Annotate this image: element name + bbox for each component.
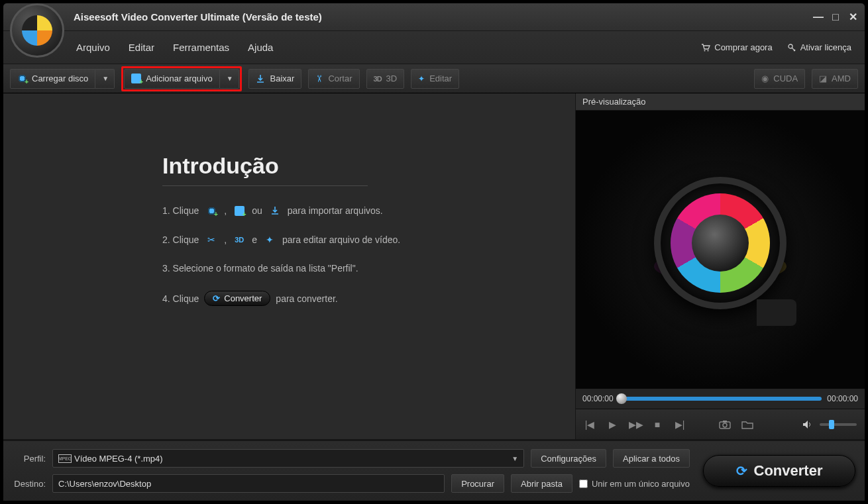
cart-icon: [701, 43, 710, 52]
seek-thumb[interactable]: [616, 393, 627, 404]
amd-icon: ◪: [819, 74, 827, 83]
cuda-label: CUDA: [773, 74, 798, 83]
chevron-down-icon: ▼: [227, 75, 233, 82]
chevron-down-icon: ▼: [102, 75, 109, 82]
3d-icon: 3D: [232, 234, 246, 246]
preview-label: Pré-visualização: [576, 93, 865, 111]
intro-divider: [162, 185, 368, 186]
disc-icon: [204, 205, 219, 217]
time-total: 00:00:00: [827, 394, 858, 403]
convert-label: Converter: [754, 462, 823, 479]
time-current: 00:00:00: [582, 394, 614, 403]
volume-icon[interactable]: [802, 420, 814, 429]
prev-button[interactable]: |◀: [584, 419, 596, 430]
dest-value: C:\Users\enzov\Desktop: [58, 479, 151, 489]
add-file-dropdown[interactable]: ▼: [220, 69, 239, 89]
3d-icon: 3D: [374, 75, 382, 83]
apply-all-button[interactable]: Aplicar a todos: [613, 449, 690, 468]
svg-rect-5: [723, 421, 727, 423]
settings-button[interactable]: Configurações: [531, 449, 606, 468]
close-button[interactable]: ✕: [847, 12, 858, 23]
preview-placeholder-icon: [654, 177, 787, 309]
nvidia-icon: ◉: [761, 74, 769, 83]
menu-file[interactable]: Arquivo: [76, 42, 110, 53]
preview-area: [576, 111, 865, 389]
activate-link[interactable]: Ativar licença: [787, 42, 851, 52]
minimize-button[interactable]: —: [813, 12, 824, 23]
profile-label: Perfil:: [13, 454, 46, 464]
dest-input[interactable]: C:\Users\enzov\Desktop: [52, 474, 445, 493]
menu-help[interactable]: Ajuda: [248, 42, 273, 53]
refresh-icon: ⟳: [736, 463, 747, 479]
merge-checkbox-input[interactable]: [579, 479, 588, 488]
open-snapshot-folder-button[interactable]: [741, 420, 753, 429]
disc-icon: [17, 74, 27, 83]
mpeg-icon: MPEG: [58, 454, 72, 463]
scissors-icon: ✂: [314, 75, 325, 83]
amd-button[interactable]: ◪ AMD: [812, 69, 858, 89]
file-list-area: Introdução 1. Clique , ou para importar …: [3, 93, 575, 439]
3d-label: 3D: [386, 74, 398, 83]
download-icon: [268, 205, 282, 217]
snapshot-button[interactable]: [719, 420, 731, 429]
sparkle-icon: ✦: [262, 234, 277, 246]
profile-value: Vídeo MPEG-4 (*.mp4): [74, 454, 163, 464]
load-disc-button[interactable]: Carregar disco: [10, 69, 95, 89]
buy-now-label: Comprar agora: [714, 42, 772, 52]
volume-thumb[interactable]: [829, 420, 834, 429]
next-button[interactable]: ▶|: [674, 419, 686, 430]
convert-badge: ⟳ Converter: [204, 291, 270, 306]
merge-checkbox[interactable]: Unir em um único arquivo: [579, 479, 690, 489]
menu-edit[interactable]: Editar: [129, 42, 154, 53]
intro-step-2: 2. Clique ✂ , 3D e ✦ para editar arquivo…: [162, 234, 549, 246]
add-file-button[interactable]: Adicionar arquivo: [124, 69, 219, 89]
intro-heading: Introdução: [162, 153, 549, 179]
seek-slider[interactable]: [619, 397, 822, 401]
add-file-icon: [232, 205, 246, 217]
browse-button[interactable]: Procurar: [451, 474, 504, 493]
chevron-down-icon: ▼: [512, 455, 518, 462]
window-title: Aiseesoft Video Converter Ultimate (Vers…: [74, 11, 322, 23]
scissors-icon: ✂: [204, 234, 219, 246]
add-file-icon: [131, 74, 141, 83]
merge-label: Unir em um único arquivo: [592, 479, 690, 489]
intro-step-1: 1. Clique , ou para importar arquivos.: [162, 205, 549, 217]
svg-point-0: [704, 50, 706, 51]
edit-label: Editar: [429, 74, 452, 83]
play-button[interactable]: ▶: [606, 419, 618, 430]
intro-step-3: 3. Selecione o formato de saída na lista…: [162, 263, 549, 274]
buy-now-link[interactable]: Comprar agora: [701, 42, 772, 52]
intro-step-4: 4. Clique ⟳ Converter para converter.: [162, 291, 549, 306]
sparkle-icon: ✦: [418, 74, 425, 83]
download-button[interactable]: Baixar: [248, 69, 302, 89]
key-icon: [787, 43, 796, 52]
cuda-button[interactable]: ◉ CUDA: [754, 69, 805, 89]
menu-tools[interactable]: Ferramentas: [173, 42, 229, 53]
edit-button[interactable]: ✦ Editar: [411, 69, 459, 89]
svg-point-4: [723, 423, 727, 427]
activate-label: Ativar licença: [800, 42, 851, 52]
download-icon: [256, 74, 266, 83]
amd-label: AMD: [832, 74, 851, 83]
open-folder-button[interactable]: Abrir pasta: [511, 474, 572, 493]
convert-button[interactable]: ⟳ Converter: [703, 455, 855, 487]
fast-forward-button[interactable]: ▶▶: [629, 419, 641, 430]
maximize-button[interactable]: □: [830, 12, 841, 23]
3d-button[interactable]: 3D 3D: [366, 69, 405, 89]
cut-label: Cortar: [328, 74, 352, 83]
cut-button[interactable]: ✂ Cortar: [308, 69, 359, 89]
download-label: Baixar: [270, 74, 295, 83]
profile-combo[interactable]: MPEG Vídeo MPEG-4 (*.mp4) ▼: [52, 449, 524, 468]
add-file-label: Adicionar arquivo: [146, 74, 212, 83]
load-disc-label: Carregar disco: [32, 74, 88, 83]
app-logo: [10, 3, 70, 63]
dest-label: Destino:: [13, 479, 46, 489]
refresh-icon: ⟳: [213, 293, 220, 303]
volume-slider[interactable]: [820, 423, 857, 426]
stop-button[interactable]: ■: [651, 419, 663, 430]
add-file-highlight: Adicionar arquivo ▼: [121, 66, 241, 91]
svg-point-1: [708, 50, 709, 51]
load-disc-dropdown[interactable]: ▼: [95, 69, 115, 89]
